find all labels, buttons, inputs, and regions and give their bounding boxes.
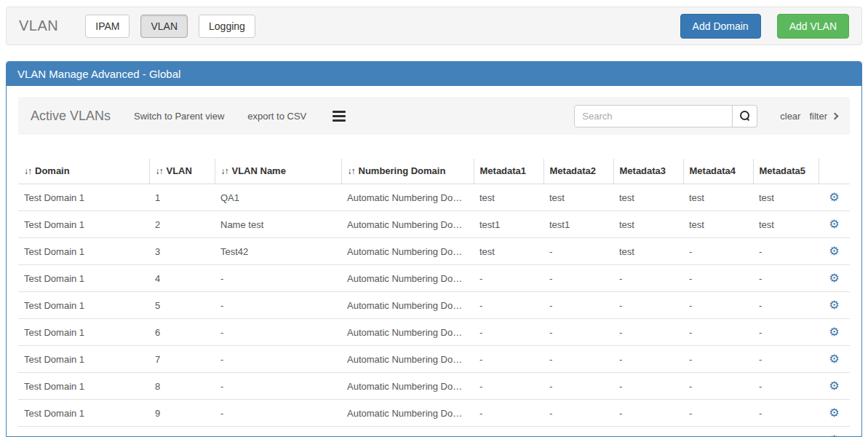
row-settings-gear-icon[interactable]: ⚙ <box>829 245 839 257</box>
search-group <box>574 105 757 127</box>
table-cell: - <box>753 400 819 427</box>
table-row[interactable]: Test Domain 13Test42Automatic Numbering … <box>18 238 850 265</box>
table-cell: Name test <box>215 211 341 238</box>
sort-icon: ↓↑ <box>156 166 163 176</box>
table-cell: - <box>474 319 544 346</box>
row-settings-gear-icon[interactable]: ⚙ <box>829 192 839 203</box>
clear-link[interactable]: clear <box>780 111 800 122</box>
column-label: Metadata1 <box>480 165 527 176</box>
vlan-manage-panel: VLAN Manage Advanced - Global Active VLA… <box>6 61 862 437</box>
switch-parent-view-link[interactable]: Switch to Parent view <box>134 111 224 122</box>
table-cell: 6 <box>149 319 215 346</box>
table-cell: - <box>683 427 753 437</box>
row-settings-gear-icon[interactable]: ⚙ <box>829 219 839 230</box>
table-cell: Automatic Numbering Doma… <box>341 211 474 238</box>
table-cell: - <box>613 346 683 373</box>
table-cell: Automatic Numbering Doma… <box>341 265 474 292</box>
row-settings-gear-icon[interactable]: ⚙ <box>829 407 839 419</box>
sort-icon: ↓↑ <box>348 166 355 176</box>
row-settings-gear-icon[interactable]: ⚙ <box>829 380 839 392</box>
table-cell: - <box>683 238 753 265</box>
column-header-domain[interactable]: ↓↑Domain <box>18 159 149 184</box>
table-cell: Test Domain 1 <box>18 400 149 427</box>
table-cell: Automatic Numbering Doma… <box>341 373 474 400</box>
export-csv-link[interactable]: export to CSV <box>247 111 306 122</box>
table-row[interactable]: Test Domain 12Name testAutomatic Numberi… <box>18 211 850 238</box>
table-cell: 5 <box>149 292 215 319</box>
table-cell: - <box>753 346 819 373</box>
table-cell: - <box>215 292 341 319</box>
row-actions-cell: ⚙ <box>819 373 850 400</box>
table-cell: - <box>544 292 613 319</box>
row-settings-gear-icon[interactable]: ⚙ <box>829 434 839 437</box>
table-cell: Test Domain 1 <box>18 346 149 373</box>
table-cell: test1 <box>474 211 544 238</box>
table-row[interactable]: Test Domain 18-Automatic Numbering Doma…… <box>18 373 850 400</box>
row-actions-cell: ⚙ <box>819 184 850 211</box>
row-actions-cell: ⚙ <box>819 319 850 346</box>
table-cell: test <box>474 238 544 265</box>
table-cell: Automatic Numbering Doma… <box>341 319 474 346</box>
table-cell: - <box>613 400 683 427</box>
tab-logging[interactable]: Logging <box>199 15 255 38</box>
column-header-metadata2: Metadata2 <box>544 159 613 184</box>
column-label: VLAN <box>167 165 192 176</box>
add-domain-button[interactable]: Add Domain <box>680 14 761 39</box>
table-cell: - <box>544 346 613 373</box>
table-cell: - <box>613 292 683 319</box>
tab-ipam[interactable]: IPAM <box>85 15 130 38</box>
table-row[interactable]: Test Domain 15-Automatic Numbering Doma…… <box>18 292 850 319</box>
table-cell: - <box>544 427 613 437</box>
table-cell: - <box>753 427 819 437</box>
table-cell: - <box>753 319 819 346</box>
table-cell: - <box>474 265 544 292</box>
table-cell: Test Domain 1 <box>18 211 149 238</box>
table-cell: - <box>474 427 544 437</box>
table-row[interactable]: Test Domain 16-Automatic Numbering Doma…… <box>18 319 850 346</box>
table-cell: - <box>544 400 613 427</box>
table-cell: test <box>613 184 683 211</box>
row-settings-gear-icon[interactable]: ⚙ <box>829 299 839 311</box>
table-cell: - <box>215 265 341 292</box>
table-cell: - <box>683 373 753 400</box>
table-cell: - <box>683 292 753 319</box>
table-header-row: ↓↑Domain↓↑VLAN↓↑VLAN Name↓↑Numbering Dom… <box>18 159 850 184</box>
table-cell: Automatic Numbering Doma… <box>341 400 474 427</box>
search-input[interactable] <box>574 105 733 127</box>
column-header-vlan-name[interactable]: ↓↑VLAN Name <box>215 159 341 184</box>
row-actions-cell: ⚙ <box>819 346 850 373</box>
menu-hamburger-icon[interactable] <box>333 109 346 124</box>
table-cell: - <box>613 319 683 346</box>
top-toolbar: VLAN IPAM VLAN Logging Add Domain Add VL… <box>6 7 862 45</box>
row-actions-cell: ⚙ <box>819 400 850 427</box>
table-cell: - <box>215 319 341 346</box>
row-settings-gear-icon[interactable]: ⚙ <box>829 326 839 338</box>
table-cell: Test Domain 1 <box>18 184 149 211</box>
table-cell: QA1 <box>215 184 341 211</box>
row-settings-gear-icon[interactable]: ⚙ <box>829 353 839 365</box>
table-cell: - <box>215 373 341 400</box>
table-cell: Test Domain 1 <box>18 238 149 265</box>
row-settings-gear-icon[interactable]: ⚙ <box>829 272 839 284</box>
table-row[interactable]: Test Domain 110-Automatic Numbering Doma… <box>18 427 850 437</box>
table-cell: - <box>683 346 753 373</box>
table-cell: - <box>544 265 613 292</box>
table-row[interactable]: Test Domain 17-Automatic Numbering Doma…… <box>18 346 850 373</box>
table-body: Test Domain 11QA1Automatic Numbering Dom… <box>18 184 850 437</box>
add-vlan-button[interactable]: Add VLAN <box>777 14 849 39</box>
table-cell: Test Domain 1 <box>18 373 149 400</box>
table-row[interactable]: Test Domain 11QA1Automatic Numbering Dom… <box>18 184 850 211</box>
filter-link[interactable]: filter <box>809 111 837 122</box>
table-row[interactable]: Test Domain 19-Automatic Numbering Doma…… <box>18 400 850 427</box>
tab-vlan[interactable]: VLAN <box>140 15 188 38</box>
table-cell: 1 <box>149 184 215 211</box>
table-cell: - <box>683 400 753 427</box>
column-header-numbering-domain[interactable]: ↓↑Numbering Domain <box>341 159 474 184</box>
table-cell: Automatic Numbering Doma… <box>341 346 474 373</box>
table-cell: 3 <box>149 238 215 265</box>
column-header-vlan[interactable]: ↓↑VLAN <box>149 159 215 184</box>
search-button[interactable] <box>733 105 757 127</box>
table-row[interactable]: Test Domain 14-Automatic Numbering Doma…… <box>18 265 850 292</box>
table-cell: Test Domain 1 <box>18 427 149 437</box>
chevron-right-icon <box>832 112 839 119</box>
